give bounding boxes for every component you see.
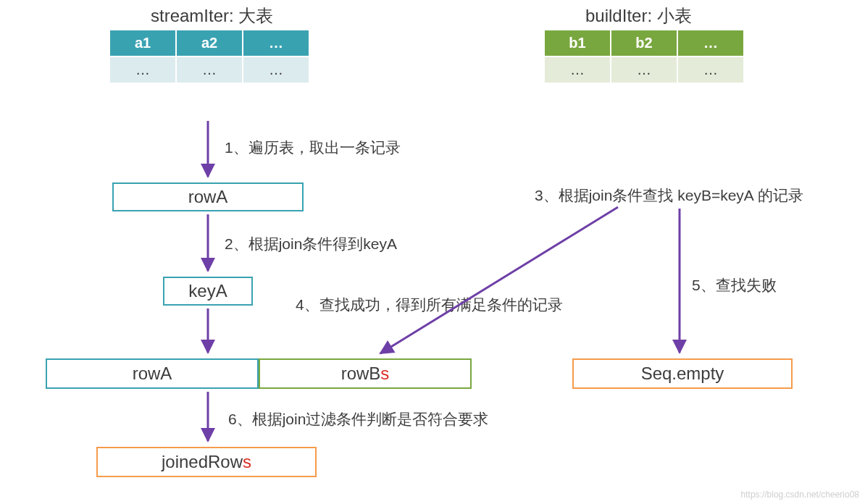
step-5: 5、查找失败 [692, 275, 777, 295]
table-b-header: … [677, 30, 744, 56]
table-stream: a1 a2 … … … … [109, 29, 310, 84]
step-6: 6、根据join过滤条件判断是否符合要求 [228, 409, 488, 429]
table-b-header: b2 [611, 30, 677, 56]
box-rowBs: rowBs [259, 358, 472, 389]
step-4: 4、查找成功，得到所有满足条件的记录 [296, 295, 563, 315]
table-build: b1 b2 … … … … [543, 29, 745, 84]
table-a-cell: … [176, 56, 243, 83]
joined-suffix: s [243, 452, 251, 472]
title-stream: streamIter: 大表 [151, 4, 273, 28]
table-a-header: a2 [176, 30, 243, 56]
box-rowA-2: rowA [46, 358, 259, 389]
table-b-cell: … [544, 56, 611, 83]
box-seq-empty: Seq.empty [572, 358, 793, 389]
table-a-cell: … [109, 56, 176, 83]
table-a-header: … [243, 30, 309, 56]
step-2: 2、根据join条件得到keyA [225, 234, 397, 254]
table-b-header: b1 [544, 30, 611, 56]
table-b-cell: … [677, 56, 744, 83]
title-build: buildIter: 小表 [585, 4, 692, 28]
arrow-3 [380, 207, 618, 353]
table-a-cell: … [243, 56, 309, 83]
step-1: 1、遍历表，取出一条记录 [225, 138, 401, 158]
box-keyA: keyA [163, 277, 253, 306]
table-a-header: a1 [109, 30, 176, 56]
table-b-cell: … [611, 56, 677, 83]
box-rowA-1: rowA [112, 182, 304, 211]
rowBs-suffix: s [380, 364, 389, 384]
watermark: https://blog.csdn.net/cheerio08 [741, 490, 859, 500]
step-3: 3、根据join条件查找 keyB=keyA 的记录 [535, 185, 803, 206]
rowBs-prefix: rowB [341, 364, 381, 384]
joined-prefix: joinedRow [162, 452, 243, 472]
box-joined-rows: joinedRows [96, 447, 317, 477]
